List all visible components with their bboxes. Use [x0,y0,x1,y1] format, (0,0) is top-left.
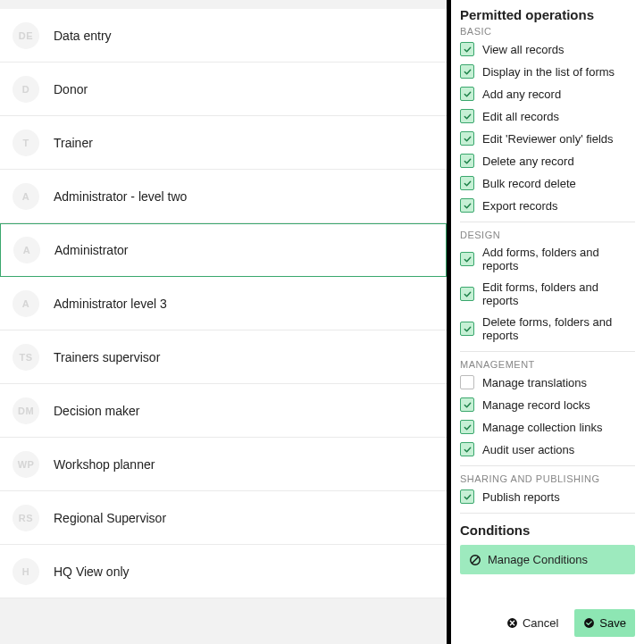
role-avatar: D [13,76,39,103]
section-design: Add forms, folders and reportsEdit forms… [460,246,635,342]
permission-row[interactable]: Manage collection links [460,420,635,434]
manage-conditions-label: Manage Conditions [488,553,588,566]
role-label: Administrator - level two [54,189,187,204]
permission-label: Audit user actions [482,443,574,456]
role-item[interactable]: WPWorkshop planner [0,438,447,491]
permission-label: Manage record locks [482,398,590,412]
role-avatar: A [13,290,39,317]
checkbox[interactable] [460,252,474,266]
check-icon [463,67,473,77]
role-label: Regional Supervisor [54,511,166,525]
check-icon [463,45,473,54]
checkbox[interactable] [460,87,474,101]
section-label-design: DESIGN [460,230,635,240]
role-label: Administrator level 3 [54,297,167,311]
save-button[interactable]: Save [574,609,635,637]
divider [460,351,635,352]
permission-row[interactable]: Bulk record delete [460,176,635,190]
section-sharing: Publish reports [460,489,635,504]
permission-row[interactable]: Audit user actions [460,442,635,456]
close-circle-icon [506,617,518,629]
permission-label: View all records [482,43,565,56]
permission-label: Display in the list of forms [482,65,615,79]
cancel-label: Cancel [523,616,558,630]
role-item[interactable]: DDonor [0,63,447,116]
divider [460,465,635,466]
role-avatar: DM [13,397,39,424]
block-icon [469,554,481,566]
permission-row[interactable]: Edit forms, folders and reports [460,280,635,307]
permission-label: Edit 'Reviewer only' fields [482,132,614,146]
checkbox[interactable] [460,420,474,434]
permission-row[interactable]: Manage record locks [460,397,635,412]
section-basic: View all recordsDisplay in the list of f… [460,42,635,213]
checkbox[interactable] [460,109,474,123]
permission-row[interactable]: Manage translations [460,375,635,389]
divider [460,513,635,514]
check-icon [463,492,473,502]
role-item[interactable]: DMDecision maker [0,384,447,438]
role-item[interactable]: HHQ View only [0,545,447,598]
conditions-title: Conditions [460,523,635,538]
footer-actions: Cancel Save [498,609,635,637]
role-avatar: T [13,130,39,156]
role-item[interactable]: AAdministrator - level two [0,170,447,223]
role-avatar: DE [13,22,39,49]
checkbox[interactable] [460,322,474,336]
svg-point-3 [584,618,594,628]
svg-line-1 [473,556,479,563]
section-management: Manage translationsManage record locksMa… [460,375,635,456]
role-item[interactable]: RSRegional Supervisor [0,491,447,545]
checkbox[interactable] [460,176,474,190]
check-icon [463,201,473,211]
role-label: Data entry [54,29,112,43]
checkbox[interactable] [460,375,474,389]
permission-label: Delete any record [482,155,574,168]
checkbox[interactable] [460,131,474,146]
role-item[interactable]: DEData entry [0,9,447,63]
checkbox[interactable] [460,442,474,456]
permission-row[interactable]: Delete any record [460,154,635,168]
permission-row[interactable]: View all records [460,42,635,56]
check-icon [463,400,473,410]
permission-row[interactable]: Export records [460,198,635,213]
check-circle-icon [583,617,595,629]
permissions-panel: Permitted operations BASIC View all reco… [447,0,644,644]
checkbox[interactable] [460,489,474,504]
role-label: Trainers supervisor [54,350,160,364]
checkbox[interactable] [460,198,474,213]
permission-row[interactable]: Publish reports [460,489,635,504]
role-label: Decision maker [54,404,139,418]
section-label-basic: BASIC [460,26,635,37]
checkbox[interactable] [460,397,474,412]
permission-row[interactable]: Add any record [460,87,635,101]
panel-title: Permitted operations [460,7,635,22]
check-icon [463,112,473,121]
cancel-button[interactable]: Cancel [498,609,567,637]
role-label: Administrator [54,243,128,257]
permission-row[interactable]: Add forms, folders and reports [460,246,635,272]
permission-row[interactable]: Display in the list of forms [460,64,635,79]
checkbox[interactable] [460,42,474,56]
checkbox[interactable] [460,64,474,79]
check-icon [463,156,473,166]
checkbox[interactable] [460,154,474,168]
role-item[interactable]: AAdministrator level 3 [0,277,447,330]
manage-conditions-button[interactable]: Manage Conditions [460,545,635,574]
role-item[interactable]: AAdministrator [0,223,447,277]
role-avatar: RS [13,505,39,531]
permission-row[interactable]: Delete forms, folders and reports [460,315,635,342]
permission-label: Bulk record delete [482,177,576,190]
role-label: Workshop planner [54,457,155,472]
permission-row[interactable]: Edit 'Reviewer only' fields [460,131,635,146]
section-label-management: MANAGEMENT [460,359,635,370]
role-item[interactable]: TSTrainers supervisor [0,330,447,384]
permission-label: Edit all records [482,110,559,123]
permission-label: Delete forms, folders and reports [482,315,635,342]
checkbox[interactable] [460,287,474,301]
divider [460,222,635,222]
permission-label: Add forms, folders and reports [482,246,635,272]
role-item[interactable]: TTrainer [0,116,447,170]
check-icon [463,324,473,334]
permission-row[interactable]: Edit all records [460,109,635,123]
